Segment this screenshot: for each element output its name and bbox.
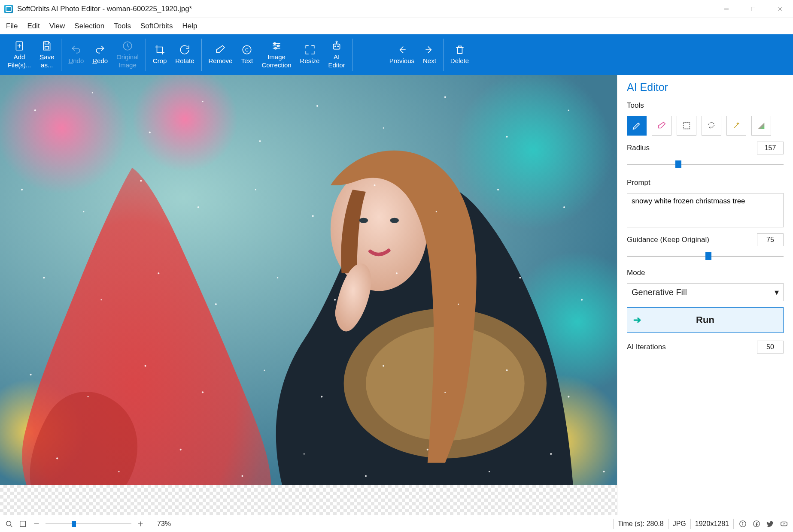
zoom-actual-icon[interactable] bbox=[4, 519, 14, 529]
guidance-slider[interactable] bbox=[627, 252, 784, 260]
ai-editor-button[interactable]: AIEditor bbox=[324, 34, 349, 75]
ai-icon bbox=[331, 40, 342, 51]
youtube-icon[interactable] bbox=[779, 519, 789, 529]
svg-point-47 bbox=[21, 189, 23, 190]
chevron-down-icon: ▾ bbox=[775, 287, 779, 297]
radius-slider[interactable] bbox=[627, 160, 784, 168]
prompt-input[interactable] bbox=[627, 193, 784, 227]
canvas[interactable] bbox=[0, 75, 617, 515]
zoom-slider[interactable] bbox=[46, 520, 131, 528]
menu-selection[interactable]: Selection bbox=[74, 22, 104, 30]
guidance-label: Guidance (Keep Original) bbox=[627, 236, 709, 244]
svg-point-81 bbox=[304, 453, 305, 455]
titlebar: SoftOrbits AI Photo Editor - woman-60022… bbox=[0, 0, 793, 18]
delete-button[interactable]: Delete bbox=[446, 34, 473, 75]
svg-rect-7 bbox=[45, 42, 49, 44]
save-as-button[interactable]: Saveas... bbox=[35, 34, 58, 75]
menu-tools[interactable]: Tools bbox=[114, 22, 131, 30]
svg-point-80 bbox=[241, 475, 243, 477]
svg-point-37 bbox=[34, 109, 36, 111]
zoom-percent: 73% bbox=[157, 520, 171, 528]
menu-file[interactable]: File bbox=[6, 22, 18, 30]
redo-icon bbox=[94, 44, 106, 55]
redo-button[interactable]: Redo bbox=[88, 34, 112, 75]
rotate-button[interactable]: Rotate bbox=[171, 34, 198, 75]
resize-button[interactable]: Resize bbox=[296, 34, 324, 75]
text-button[interactable]: C Text bbox=[237, 34, 257, 75]
erase-tool[interactable] bbox=[652, 116, 671, 136]
previous-button[interactable]: Previous bbox=[385, 34, 419, 75]
mode-select[interactable]: Generative Fill ▾ bbox=[627, 283, 784, 301]
mode-value: Generative Fill bbox=[632, 287, 687, 297]
svg-point-22 bbox=[337, 46, 338, 47]
svg-point-40 bbox=[202, 101, 204, 102]
maximize-button[interactable] bbox=[740, 0, 766, 18]
svg-point-41 bbox=[259, 140, 261, 142]
next-button[interactable]: Next bbox=[419, 34, 441, 75]
sliders-icon bbox=[271, 40, 282, 51]
lasso-tool[interactable] bbox=[702, 116, 721, 136]
menu-softorbits[interactable]: SoftOrbits bbox=[140, 22, 173, 30]
save-icon bbox=[41, 40, 52, 51]
menubar: File Edit View Selection Tools SoftOrbit… bbox=[0, 18, 793, 34]
svg-point-50 bbox=[197, 206, 199, 208]
svg-point-20 bbox=[336, 41, 337, 42]
svg-point-56 bbox=[563, 206, 565, 208]
trash-icon bbox=[454, 44, 465, 55]
history-icon bbox=[122, 40, 133, 51]
zoom-out-icon[interactable] bbox=[32, 519, 41, 529]
run-arrow-icon: ➔ bbox=[633, 314, 641, 326]
svg-point-35 bbox=[359, 218, 368, 223]
image-correction-button[interactable]: ImageCorrection bbox=[257, 34, 295, 75]
menu-view[interactable]: View bbox=[49, 22, 65, 30]
facebook-icon[interactable] bbox=[752, 519, 761, 529]
svg-rect-1 bbox=[751, 7, 755, 11]
svg-point-78 bbox=[118, 471, 119, 472]
radius-label: Radius bbox=[627, 144, 650, 152]
svg-point-70 bbox=[202, 391, 204, 393]
svg-point-69 bbox=[145, 365, 146, 367]
svg-point-43 bbox=[383, 127, 384, 129]
twitter-icon[interactable] bbox=[766, 519, 775, 529]
svg-rect-87 bbox=[684, 123, 690, 129]
iterations-value[interactable]: 50 bbox=[757, 341, 784, 354]
run-label: Run bbox=[696, 314, 714, 326]
guidance-value[interactable]: 75 bbox=[757, 233, 784, 246]
rect-select-tool[interactable] bbox=[677, 116, 696, 136]
svg-point-88 bbox=[6, 521, 11, 526]
photo-preview bbox=[0, 75, 617, 485]
app-icon bbox=[4, 5, 13, 13]
minimize-button[interactable] bbox=[713, 0, 740, 18]
svg-point-44 bbox=[444, 96, 446, 98]
resize-icon bbox=[304, 44, 316, 55]
original-image-button[interactable]: OriginalImage bbox=[112, 34, 143, 75]
undo-button[interactable]: Undo bbox=[64, 34, 88, 75]
arrow-right-icon bbox=[424, 44, 435, 55]
radius-value[interactable]: 157 bbox=[757, 142, 784, 154]
mode-label: Mode bbox=[627, 269, 784, 277]
crop-button[interactable]: Crop bbox=[149, 34, 171, 75]
zoom-in-icon[interactable] bbox=[136, 519, 145, 529]
run-button[interactable]: ➔ Run bbox=[627, 307, 784, 333]
menu-help[interactable]: Help bbox=[182, 22, 197, 30]
tools-label: Tools bbox=[627, 101, 784, 110]
remove-button[interactable]: Remove bbox=[204, 34, 237, 75]
iterations-label: AI Iterations bbox=[627, 343, 666, 351]
svg-point-42 bbox=[316, 105, 318, 107]
gradient-tool[interactable] bbox=[751, 116, 771, 136]
svg-point-74 bbox=[444, 392, 446, 393]
menu-edit[interactable]: Edit bbox=[27, 22, 39, 30]
info-icon[interactable] bbox=[738, 519, 747, 529]
add-files-button[interactable]: AddFile(s)... bbox=[3, 34, 35, 75]
magic-wand-tool[interactable] bbox=[726, 116, 746, 136]
svg-point-61 bbox=[277, 277, 278, 278]
fit-screen-icon[interactable] bbox=[18, 519, 27, 529]
status-dimensions: 1920x1281 bbox=[695, 520, 729, 528]
svg-point-67 bbox=[30, 374, 32, 375]
brush-tool[interactable] bbox=[627, 116, 647, 136]
close-button[interactable] bbox=[766, 0, 793, 18]
svg-point-85 bbox=[550, 453, 552, 455]
svg-point-21 bbox=[335, 46, 336, 47]
svg-point-71 bbox=[264, 369, 265, 371]
svg-point-28 bbox=[454, 75, 613, 229]
